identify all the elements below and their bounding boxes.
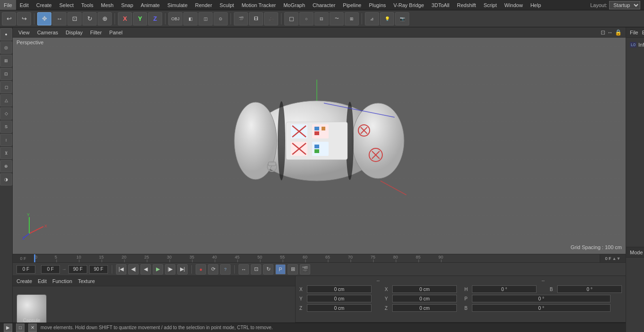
prev-frame-button[interactable]: ◀|: [128, 264, 139, 275]
menu-simulate[interactable]: Simulate: [164, 0, 191, 10]
menu-character[interactable]: Character: [309, 0, 339, 10]
menu-tools[interactable]: Tools: [77, 0, 97, 10]
edge-mode-button[interactable]: ◫: [198, 12, 213, 25]
pos-z-input[interactable]: [307, 304, 372, 312]
vp-menu-filter[interactable]: Filter: [88, 29, 103, 36]
rot-p-input[interactable]: [472, 295, 611, 302]
end-frame-input[interactable]: [68, 265, 87, 274]
viewport[interactable]: View Cameras Display Filter Panel ⊡ ↔ 🔒 …: [13, 27, 626, 254]
size-x-input[interactable]: [392, 285, 457, 293]
sidebar-mode-10[interactable]: ⊻: [0, 147, 12, 159]
record-button[interactable]: ●: [196, 264, 206, 275]
obj-menu-file[interactable]: File: [630, 30, 638, 35]
grid-button[interactable]: ⊞: [288, 264, 298, 275]
sidebar-mode-8[interactable]: S: [0, 121, 12, 133]
spline-button[interactable]: 〜: [330, 12, 344, 25]
sidebar-mode-12[interactable]: ◑: [0, 173, 12, 186]
menu-redshift[interactable]: Redshift: [453, 0, 479, 10]
next-frame-button[interactable]: |▶: [165, 264, 175, 275]
vp-menu-cameras[interactable]: Cameras: [35, 29, 60, 36]
mat-menu-edit[interactable]: Edit: [38, 278, 47, 284]
rotate-tool-button[interactable]: ↻: [83, 12, 97, 25]
mat-menu-create[interactable]: Create: [17, 278, 32, 284]
sidebar-mode-7[interactable]: ◇: [0, 107, 12, 120]
scale-keys-button[interactable]: ⊡: [251, 264, 261, 275]
menu-create[interactable]: Create: [33, 0, 56, 10]
move-keys-button[interactable]: ↔: [239, 264, 249, 275]
menu-animate[interactable]: Animate: [137, 0, 164, 10]
rot-b2-input[interactable]: [472, 304, 611, 312]
frame-arrows[interactable]: ▲▼: [612, 256, 621, 261]
sidebar-mode-3[interactable]: ⊞: [0, 55, 12, 67]
menu-edit[interactable]: Edit: [16, 0, 33, 10]
vp-menu-display[interactable]: Display: [64, 29, 84, 36]
status-icon-2[interactable]: □: [16, 324, 25, 332]
pos-y-input[interactable]: [307, 295, 372, 302]
transform-tool-button[interactable]: ⊕: [98, 12, 112, 25]
menu-help[interactable]: Help: [527, 0, 545, 10]
move-tool-button[interactable]: ↔: [52, 12, 66, 25]
go-end-button[interactable]: ▶|: [177, 264, 188, 275]
undo-button[interactable]: ↩: [2, 12, 16, 25]
nurbs-button[interactable]: ⊞: [345, 12, 359, 25]
menu-pipeline[interactable]: Pipeline: [339, 0, 365, 10]
menu-snap[interactable]: Snap: [117, 0, 137, 10]
sidebar-mode-2[interactable]: ◎: [0, 41, 12, 54]
menu-script[interactable]: Script: [480, 0, 501, 10]
vp-icon-expand[interactable]: ⊡: [601, 29, 605, 36]
menu-file[interactable]: File: [0, 0, 16, 10]
camera-button[interactable]: 📷: [395, 12, 409, 25]
layout-dropdown[interactable]: Startup: [609, 1, 640, 9]
y-axis-button[interactable]: Y: [133, 12, 147, 25]
menu-sculpt[interactable]: Sculpt: [216, 0, 238, 10]
point-mode-button[interactable]: ⊙: [214, 12, 228, 25]
menu-3dtoall[interactable]: 3DToAll: [428, 0, 453, 10]
end-frame-input2[interactable]: [89, 265, 108, 274]
object-mode-button[interactable]: OBJ: [168, 12, 182, 25]
pos-x-input[interactable]: [307, 285, 372, 293]
mat-menu-texture[interactable]: Texture: [78, 278, 95, 284]
poly-mode-button[interactable]: ◧: [183, 12, 198, 25]
rotate-keys-button[interactable]: ↻: [263, 264, 273, 275]
menu-plugins[interactable]: Plugins: [365, 0, 389, 10]
sidebar-mode-11[interactable]: ⊕: [0, 160, 12, 172]
select-tool-button[interactable]: ✥: [37, 12, 51, 25]
menu-motiontracker[interactable]: Motion Tracker: [238, 0, 280, 10]
play-reverse-button[interactable]: ◀: [140, 264, 151, 275]
sphere-button[interactable]: ○: [299, 12, 314, 25]
menu-mograph[interactable]: MoGraph: [280, 0, 309, 10]
scale-tool-button[interactable]: ⊡: [67, 12, 82, 25]
render-region-button[interactable]: 🎬: [234, 12, 248, 25]
menu-render[interactable]: Render: [191, 0, 216, 10]
sidebar-mode-9[interactable]: ↕: [0, 134, 12, 146]
sidebar-mode-6[interactable]: △: [0, 94, 12, 106]
vp-icon-lock[interactable]: 🔒: [615, 29, 622, 36]
loop-button[interactable]: ⟳: [208, 264, 218, 275]
mat-menu-function[interactable]: Function: [52, 278, 72, 284]
timeline-ruler[interactable]: 0 F 0 5 10 15: [13, 254, 626, 262]
material-thumbnail[interactable]: Capsule: [17, 294, 47, 324]
redo-button[interactable]: ↪: [17, 12, 31, 25]
size-z-input[interactable]: [392, 304, 457, 312]
sidebar-mode-5[interactable]: ◻: [0, 81, 12, 93]
rot-b-input[interactable]: [557, 285, 622, 293]
menu-window[interactable]: Window: [501, 0, 527, 10]
deformer-button[interactable]: ⊿: [365, 12, 379, 25]
size-y-input[interactable]: [392, 295, 457, 302]
cube-button[interactable]: ◻: [284, 12, 298, 25]
menu-vray[interactable]: V-Ray Bridge: [390, 0, 428, 10]
menu-mesh[interactable]: Mesh: [97, 0, 117, 10]
menu-select[interactable]: Select: [56, 0, 78, 10]
x-axis-button[interactable]: X: [118, 12, 132, 25]
status-icon-3[interactable]: ✕: [28, 324, 37, 332]
help-button[interactable]: ?: [220, 264, 231, 275]
z-axis-button[interactable]: Z: [148, 12, 162, 25]
sidebar-mode-1[interactable]: ●: [0, 28, 12, 40]
sidebar-mode-4[interactable]: ⊡: [0, 68, 12, 80]
light-button[interactable]: 💡: [380, 12, 394, 25]
playback-mode-button[interactable]: P: [275, 264, 286, 275]
vp-menu-view[interactable]: View: [17, 29, 32, 36]
current-frame-input[interactable]: [17, 265, 35, 274]
obj-menu-edit[interactable]: Edit: [642, 30, 644, 35]
vp-menu-panel[interactable]: Panel: [107, 29, 124, 36]
